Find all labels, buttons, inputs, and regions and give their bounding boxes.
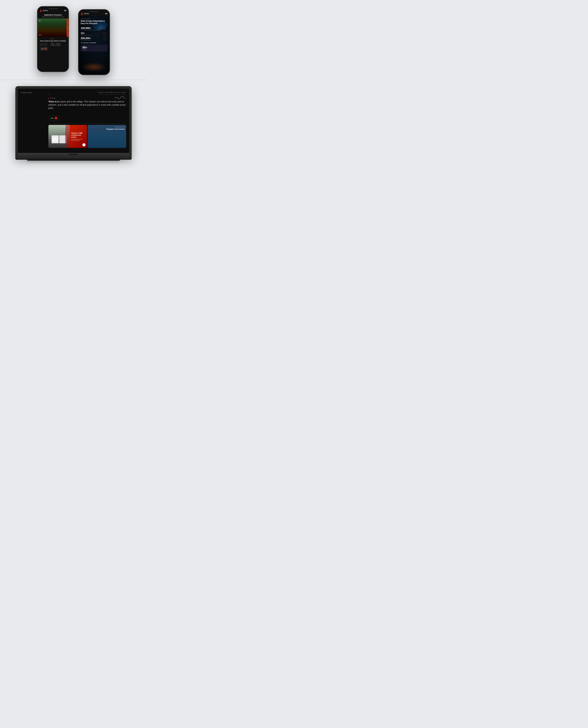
storage-units xyxy=(51,135,66,143)
red-arch xyxy=(65,125,70,148)
panel-20 xyxy=(102,140,107,144)
scenario-image: Store ? S xyxy=(38,18,68,37)
globe-icon: ⊕ xyxy=(103,27,106,31)
more-button-left-label: More xyxy=(41,48,44,49)
flame-icon-right xyxy=(81,13,83,15)
countries-number: 85+ xyxy=(83,46,105,49)
hamburger-menu-left[interactable] xyxy=(64,10,66,11)
panel-27 xyxy=(97,144,102,148)
panel-13 xyxy=(107,136,112,140)
panel-24 xyxy=(122,140,126,144)
stat-200k: 200,000+ EV chargers installed EV xyxy=(79,36,109,41)
panel-12 xyxy=(102,136,107,140)
quote-normal-part: o power grid in the village. This soluti… xyxy=(48,100,126,109)
hamburger-menu-right[interactable] xyxy=(105,13,107,15)
app-scenarios-title: Application Scenarios xyxy=(40,14,66,16)
laptop-sidebar: Project Cases xyxy=(18,88,45,153)
panel-19 xyxy=(97,140,102,144)
panel-5 xyxy=(107,132,112,136)
panel-14 xyxy=(112,136,117,140)
logo-text-left: ATESS xyxy=(43,10,48,11)
panel-29 xyxy=(107,144,112,148)
phone-left-header: ATESS xyxy=(38,6,68,13)
stats-overlay: ATESS Committed to Make Energy Independe… xyxy=(79,16,109,52)
capacity-value1: 101kW xyxy=(50,43,55,44)
panel-25 xyxy=(88,144,92,148)
panel-4 xyxy=(102,132,107,136)
card-info-right: Jamaica 1.7MW containerized system 1.7MW… xyxy=(70,125,87,148)
phone-left-info: Asia Power system for gas station in Kur… xyxy=(38,37,68,72)
laptop-body: Project Cases Principal of St. Patrick's… xyxy=(15,86,132,158)
panel-26 xyxy=(92,144,97,148)
panel-22 xyxy=(112,140,117,144)
ev-icon: EV xyxy=(103,37,106,41)
location-icon xyxy=(51,38,52,39)
quote-bold-part: There is n xyxy=(48,100,59,103)
panel-30 xyxy=(112,144,117,148)
panel-9 xyxy=(88,136,92,140)
laptop-screen: Project Cases Principal of St. Patrick's… xyxy=(18,88,129,153)
phone-left-title-area: Application Scenarios Customized solutio… xyxy=(38,13,68,18)
panel-1 xyxy=(88,132,92,136)
panel-8 xyxy=(122,132,126,136)
products-label: Related Products xyxy=(40,45,49,46)
case-title: Power system for gas station in Kurdista… xyxy=(40,40,66,42)
top-section: ATESS Application Scenarios Customized s… xyxy=(0,0,147,80)
laptop-wrapper: Project Cases Principal of St. Patrick's… xyxy=(15,86,132,161)
panel-10 xyxy=(92,136,97,140)
panel-21 xyxy=(107,140,112,144)
countries-label: countries xyxy=(83,49,105,50)
quote-location-icon xyxy=(48,98,49,99)
bottom-section: Project Cases Principal of St. Patrick's… xyxy=(0,80,147,167)
laptop-main: Principal of St. Patrick's High School, … xyxy=(45,88,129,153)
project-cases-title: Project Cases xyxy=(21,92,45,94)
card1-arrow-icon[interactable]: → xyxy=(82,143,85,146)
panel-17 xyxy=(88,140,92,144)
flame-icon xyxy=(40,9,42,12)
products-value: HPS30/50/100/120/150 xyxy=(50,45,61,46)
more-button-left[interactable]: More › xyxy=(40,47,48,50)
atess-logo-left: ATESS xyxy=(40,9,48,12)
capacity-label: Installed capacity xyxy=(40,43,49,44)
more-button-laptop[interactable]: More › xyxy=(48,116,60,120)
location-text: Asia xyxy=(52,38,55,39)
atess-logo-right: ATESS xyxy=(81,13,89,15)
energy-headline: Make Energy Independence Easy For Everyo… xyxy=(79,20,109,26)
panel-31 xyxy=(117,144,122,148)
panel-16 xyxy=(122,136,126,140)
panel-28 xyxy=(102,144,107,148)
panel-23 xyxy=(117,140,122,144)
quote-location-text: Zimbabwe xyxy=(50,98,56,99)
phone-left-screen: ATESS Application Scenarios Customized s… xyxy=(38,6,68,72)
card-jamaica[interactable]: Jamaica 1.7MW containerized system 1.7MW… xyxy=(48,125,87,148)
panel-3 xyxy=(97,132,102,136)
image-overlay xyxy=(38,31,68,37)
attribution-divider xyxy=(98,94,126,95)
committed-label: ATESS Committed to xyxy=(79,17,109,20)
laptop-base xyxy=(18,153,129,156)
more-button-laptop-label: More xyxy=(51,117,54,119)
panel-18 xyxy=(92,140,97,144)
card2-tag: Energy storage Cases xyxy=(106,126,125,127)
location-tag: Asia xyxy=(40,38,66,39)
card-image-bg xyxy=(48,125,70,148)
capacity-row: Installed capacity 101kW 151kWh xyxy=(40,43,66,44)
panel-6 xyxy=(112,132,117,136)
laptop-feet xyxy=(15,159,132,161)
store-label: Store xyxy=(39,34,42,36)
phone-right-screen: ATESS xyxy=(79,9,109,75)
shield-icon: ▽ xyxy=(103,32,106,36)
laptop-notch xyxy=(69,154,78,155)
countries-card: 85+ countries xyxy=(81,45,107,52)
card-right-info: Energy storage Cases Singapore auto fact… xyxy=(106,126,125,130)
laptop-content: Project Cases Principal of St. Patrick's… xyxy=(18,88,129,153)
card-singapore[interactable]: Energy storage Cases Singapore auto fact… xyxy=(88,125,126,148)
panel-11 xyxy=(97,136,102,140)
phone-left: ATESS Application Scenarios Customized s… xyxy=(37,6,69,72)
world-text: Our business is worldwid xyxy=(81,42,96,43)
attribution-block: Principal of St. Patrick's High School, … xyxy=(98,92,126,101)
orange-glow xyxy=(82,62,106,72)
app-scenarios-subtitle: Customized solutions for different scena… xyxy=(40,16,66,18)
signature-svg xyxy=(114,95,126,100)
stat-12: 12+ years experience in ESS ▽ xyxy=(79,31,109,36)
